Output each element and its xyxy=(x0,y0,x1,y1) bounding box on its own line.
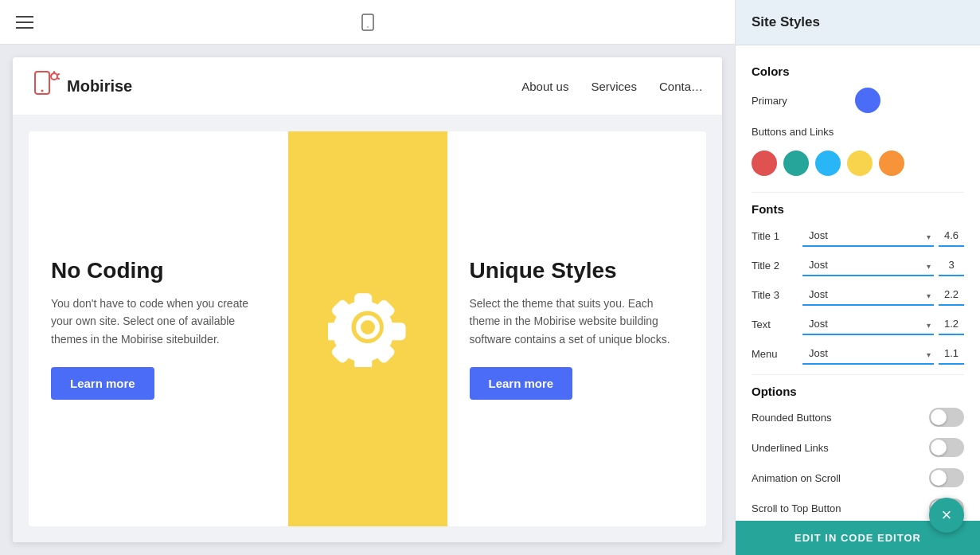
fonts-section-title: Fonts xyxy=(752,202,964,216)
svg-line-6 xyxy=(57,74,59,75)
option-label-underlined: Underlined Links xyxy=(752,442,829,454)
font-select-menu[interactable]: Jost xyxy=(802,343,934,365)
button-color-swatches xyxy=(752,150,964,176)
font-row-text: Text Jost ▾ 1.2 xyxy=(752,314,964,335)
option-rounded-buttons: Rounded Buttons xyxy=(752,408,964,427)
font-select-wrapper-menu: Jost ▾ xyxy=(802,343,934,365)
toggle-underlined-links[interactable] xyxy=(929,438,964,457)
close-fab-button[interactable]: × xyxy=(929,498,964,533)
font-row-title1: Title 1 Jost ▾ 4.6 xyxy=(752,225,964,247)
color-swatch-orange[interactable] xyxy=(879,150,904,176)
toggle-animation-scroll[interactable] xyxy=(929,468,964,487)
option-underlined-links: Underlined Links xyxy=(752,438,964,457)
hamburger-menu[interactable] xyxy=(16,16,33,29)
color-swatch-yellow[interactable] xyxy=(847,150,873,176)
svg-point-4 xyxy=(51,73,57,80)
font-label-text: Text xyxy=(752,319,798,330)
primary-color-swatch[interactable] xyxy=(855,88,880,113)
panel-body: Colors Primary Buttons and Links Fonts T… xyxy=(736,45,980,521)
nav-link-contact[interactable]: Conta… xyxy=(659,80,703,93)
font-row-title3: Title 3 Jost ▾ 2.2 xyxy=(752,284,964,306)
color-swatch-red[interactable] xyxy=(752,150,777,176)
gear-icon xyxy=(328,287,408,370)
option-label-animation: Animation on Scroll xyxy=(752,472,841,484)
card-1-text: You don't have to code when you create y… xyxy=(51,295,266,348)
svg-rect-0 xyxy=(362,14,373,30)
site-logo-text: Mobirise xyxy=(67,77,132,96)
font-select-wrapper-title1: Jost ▾ xyxy=(802,225,934,247)
colors-section-title: Colors xyxy=(752,64,964,78)
card-yellow-gear xyxy=(288,131,447,526)
preview-area: Mobirise About us Services Conta… No Cod… xyxy=(0,45,735,555)
font-select-title1[interactable]: Jost xyxy=(802,225,934,247)
font-label-menu: Menu xyxy=(752,348,798,360)
color-swatch-blue[interactable] xyxy=(815,150,841,176)
card-2-title: Unique Styles xyxy=(470,258,685,283)
font-row-menu: Menu Jost ▾ 1.1 xyxy=(752,343,964,365)
primary-label: Primary xyxy=(752,95,847,107)
right-panel: Site Styles Colors Primary Buttons and L… xyxy=(735,0,980,555)
website-frame: Mobirise About us Services Conta… No Cod… xyxy=(13,57,722,542)
card-2-learn-more-button[interactable]: Learn more xyxy=(470,367,573,400)
option-animation-scroll: Animation on Scroll xyxy=(752,468,964,487)
phone-icon[interactable] xyxy=(358,13,377,32)
font-select-wrapper-text: Jost ▾ xyxy=(802,314,934,335)
font-size-menu[interactable]: 1.1 xyxy=(939,343,964,365)
font-label-title2: Title 2 xyxy=(752,260,798,272)
divider-2 xyxy=(752,374,964,375)
buttons-links-row: Buttons and Links xyxy=(752,126,964,138)
close-fab-icon: × xyxy=(942,505,952,526)
option-label-rounded: Rounded Buttons xyxy=(752,412,831,424)
card-1-title: No Coding xyxy=(51,258,266,283)
buttons-links-label: Buttons and Links xyxy=(752,126,847,138)
nav-link-about[interactable]: About us xyxy=(521,80,568,93)
site-nav: Mobirise About us Services Conta… xyxy=(13,57,722,115)
font-select-wrapper-title2: Jost ▾ xyxy=(802,255,934,276)
primary-color-row: Primary xyxy=(752,88,964,113)
font-label-title1: Title 1 xyxy=(752,230,798,242)
font-select-title3[interactable]: Jost xyxy=(802,284,934,306)
font-label-title3: Title 3 xyxy=(752,289,798,301)
options-section-title: Options xyxy=(752,385,964,398)
font-size-title1[interactable]: 4.6 xyxy=(939,225,964,247)
main-area: Mobirise About us Services Conta… No Cod… xyxy=(0,0,735,555)
font-size-title3[interactable]: 2.2 xyxy=(939,284,964,306)
nav-link-services[interactable]: Services xyxy=(591,80,637,93)
panel-title: Site Styles xyxy=(736,0,980,45)
logo-icon xyxy=(32,70,61,102)
font-row-title2: Title 2 Jost ▾ 3 xyxy=(752,255,964,276)
card-1-learn-more-button[interactable]: Learn more xyxy=(51,367,154,400)
toolbar xyxy=(0,0,735,45)
site-nav-links: About us Services Conta… xyxy=(521,80,703,93)
font-select-wrapper-title3: Jost ▾ xyxy=(802,284,934,306)
site-content: No Coding You don't have to code when yo… xyxy=(13,115,722,542)
svg-point-3 xyxy=(41,90,44,92)
card-unique-styles: Unique Styles Select the theme that suit… xyxy=(447,131,707,526)
card-2-text: Select the theme that suits you. Each th… xyxy=(470,295,685,348)
svg-line-7 xyxy=(57,78,59,79)
card-no-coding: No Coding You don't have to code when yo… xyxy=(29,131,288,526)
site-logo: Mobirise xyxy=(32,70,132,102)
font-select-text[interactable]: Jost xyxy=(802,314,934,335)
font-size-text[interactable]: 1.2 xyxy=(939,314,964,335)
color-swatch-teal[interactable] xyxy=(783,150,809,176)
divider-1 xyxy=(752,192,964,193)
toggle-rounded-buttons[interactable] xyxy=(929,408,964,427)
font-size-title2[interactable]: 3 xyxy=(939,255,964,276)
option-label-scroll-top: Scroll to Top Button xyxy=(752,502,841,514)
font-select-title2[interactable]: Jost xyxy=(802,255,934,276)
